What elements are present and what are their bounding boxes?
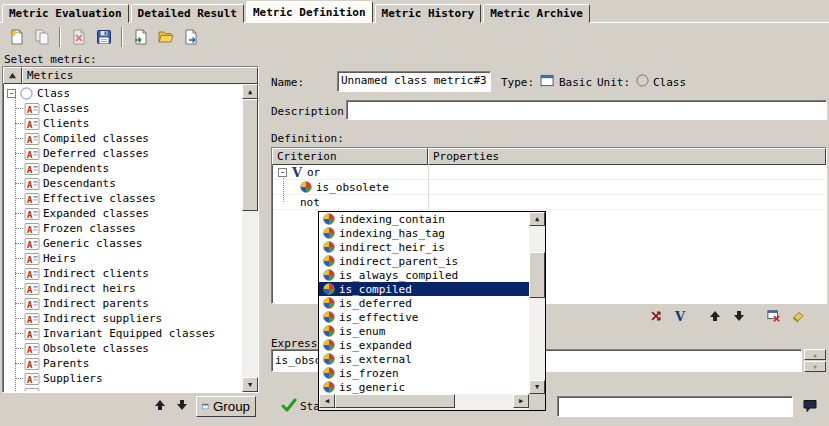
tree-item[interactable]: Expanded classes xyxy=(4,206,241,221)
dropdown-item[interactable]: is_generic xyxy=(319,380,529,394)
save-metric-button[interactable] xyxy=(91,25,116,49)
criterion-column-header[interactable]: Criterion xyxy=(272,148,428,165)
metrics-column-header[interactable]: Metrics xyxy=(22,67,258,84)
tree-item[interactable]: Indirect heirs xyxy=(4,281,241,296)
criterion-icon xyxy=(323,381,335,393)
tree-item[interactable]: Dependents xyxy=(4,161,241,176)
name-input[interactable]: Unnamed class metric#3 xyxy=(337,71,491,92)
criterion-icon xyxy=(323,367,335,379)
delete-window-icon xyxy=(767,309,781,323)
status-label: Sta xyxy=(300,400,320,413)
tree-item[interactable]: Deferred classes xyxy=(4,146,241,161)
tree-item[interactable]: Obsolete classes xyxy=(4,341,241,356)
move-metric-down-button[interactable] xyxy=(172,397,192,415)
criterion-row-or[interactable]: - or xyxy=(273,165,825,180)
tab-metric-evaluation[interactable]: Metric Evaluation xyxy=(2,4,129,23)
dropdown-item[interactable]: is_deferred xyxy=(319,296,529,310)
tree-root-class[interactable]: - Class xyxy=(4,86,241,101)
tree-item[interactable]: Heirs xyxy=(4,251,241,266)
scroll-right-button[interactable]: ▶ xyxy=(513,394,529,408)
tree-item[interactable]: Indirect parents xyxy=(4,296,241,311)
metric-icon xyxy=(24,162,40,176)
tree-scrollbar[interactable]: ▲ ▼ xyxy=(242,84,258,392)
collapse-icon[interactable]: - xyxy=(7,89,16,98)
scroll-left-button[interactable]: ◀ xyxy=(319,394,335,408)
scrollbar-thumb[interactable] xyxy=(529,252,545,298)
copy-metric-icon xyxy=(34,29,50,45)
comment-button[interactable] xyxy=(797,397,823,417)
dropdown-item-selected[interactable]: is_compiled xyxy=(319,282,529,296)
export-metric-button[interactable] xyxy=(178,25,203,49)
tab-metric-archive[interactable]: Metric Archive xyxy=(483,4,590,23)
scrollbar-thumb[interactable] xyxy=(335,394,455,408)
dropdown-item[interactable]: is_enum xyxy=(319,324,529,338)
criterion-icon xyxy=(323,227,335,239)
scroll-down-button[interactable]: ▼ xyxy=(804,361,826,372)
delete-metric-icon xyxy=(71,29,87,45)
tree-item[interactable]: Generic classes xyxy=(4,236,241,251)
tree-item[interactable]: Indirect suppliers xyxy=(4,311,241,326)
dropdown-item[interactable]: is_external xyxy=(319,352,529,366)
definition-grid-header: Criterion Properties xyxy=(272,148,826,165)
group-toggle-button[interactable]: Group xyxy=(196,396,256,417)
class-unit-icon xyxy=(20,87,33,100)
change-operator-button[interactable] xyxy=(669,307,691,325)
description-input[interactable] xyxy=(346,100,827,120)
import-metric-button[interactable] xyxy=(128,25,153,49)
scroll-up-button[interactable]: ▲ xyxy=(529,212,545,226)
tree-item[interactable]: Descendants xyxy=(4,176,241,191)
definition-label: Definition: xyxy=(271,132,344,145)
tab-metric-history[interactable]: Metric History xyxy=(375,4,482,23)
criterion-row-not[interactable]: not xyxy=(273,195,825,210)
dropdown-item[interactable]: is_expanded xyxy=(319,338,529,352)
scrollbar-thumb[interactable] xyxy=(242,99,258,211)
clear-definition-button[interactable] xyxy=(787,307,809,325)
dropdown-item[interactable]: indirect_heir_is xyxy=(319,240,529,254)
open-folder-icon xyxy=(158,29,174,45)
delete-metric-button[interactable] xyxy=(66,25,91,49)
tree-item[interactable]: Suppliers xyxy=(4,371,241,386)
tree-item[interactable]: Classes xyxy=(4,101,241,116)
tree-item[interactable]: Clients xyxy=(4,116,241,131)
dropdown-item[interactable]: indexing_has_tag xyxy=(319,226,529,240)
move-metric-up-button[interactable] xyxy=(150,397,170,415)
move-criterion-up-button[interactable] xyxy=(704,307,726,325)
unit-value: Class xyxy=(653,76,686,89)
scroll-down-button[interactable]: ▼ xyxy=(529,380,545,394)
dropdown-hscrollbar[interactable]: ◀ ▶ xyxy=(319,394,529,410)
properties-column-header[interactable]: Properties xyxy=(428,148,826,165)
dropdown-item[interactable]: is_frozen xyxy=(319,366,529,380)
criterion-icon xyxy=(323,297,335,309)
scrollbar-corner xyxy=(529,394,545,410)
name-label: Name: xyxy=(271,76,304,89)
scroll-up-button[interactable]: ▲ xyxy=(242,84,258,99)
tree-item[interactable]: Parents xyxy=(4,356,241,371)
sort-order-button[interactable] xyxy=(3,67,22,84)
delete-criterion-button[interactable] xyxy=(763,307,785,325)
tree-item[interactable]: Compiled classes xyxy=(4,131,241,146)
dropdown-item[interactable]: indexing_contain xyxy=(319,212,529,226)
move-criterion-down-button[interactable] xyxy=(728,307,750,325)
dropdown-item[interactable]: is_effective xyxy=(319,310,529,324)
tab-detailed-result[interactable]: Detailed Result xyxy=(131,4,244,23)
dropdown-item[interactable]: indirect_parent_is xyxy=(319,254,529,268)
scroll-up-button[interactable]: ▲ xyxy=(804,349,826,360)
open-metric-button[interactable] xyxy=(153,25,178,49)
criterion-row-is-obsolete[interactable]: is_obsolete xyxy=(273,180,825,195)
tab-metric-definition[interactable]: Metric Definition xyxy=(246,1,373,23)
metric-icon xyxy=(24,342,40,356)
tree-item[interactable]: Frozen classes xyxy=(4,221,241,236)
swap-criterion-button[interactable] xyxy=(645,307,667,325)
scroll-down-button[interactable]: ▼ xyxy=(242,377,258,392)
criterion-icon xyxy=(323,241,335,253)
tree-item[interactable]: Indirect clients xyxy=(4,266,241,281)
result-field[interactable] xyxy=(557,396,793,417)
tree-item[interactable]: Invariant Equipped classes xyxy=(4,326,241,341)
tree-item-partial[interactable] xyxy=(4,386,241,391)
tree-item[interactable]: Effective classes xyxy=(4,191,241,206)
copy-metric-button[interactable] xyxy=(29,25,54,49)
new-metric-button[interactable] xyxy=(4,25,29,49)
dropdown-item[interactable]: is_always_compiled xyxy=(319,268,529,282)
collapse-icon[interactable]: - xyxy=(278,168,287,177)
dropdown-vscrollbar[interactable]: ▲ ▼ xyxy=(529,212,545,394)
